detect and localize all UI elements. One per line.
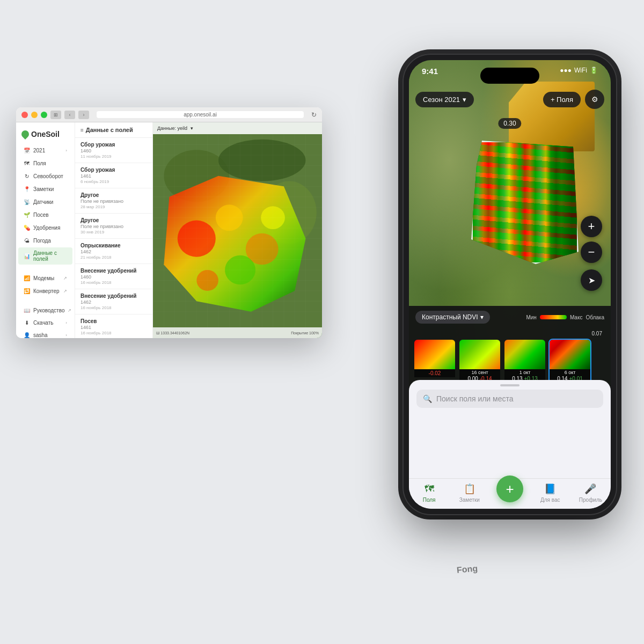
thumb-date-2: 16 сент bbox=[459, 369, 500, 375]
thumb-img-2 bbox=[459, 340, 500, 369]
minimize-btn[interactable] bbox=[31, 112, 38, 118]
external-link-icon: ↗ bbox=[63, 276, 67, 281]
bottom-handle[interactable] bbox=[500, 384, 519, 386]
ndvi-scale: Мин Макс Облака bbox=[526, 314, 604, 320]
search-icon: 🔍 bbox=[423, 394, 432, 403]
back-icon[interactable]: ‹ bbox=[64, 111, 75, 119]
sidebar-item-label: Модемы bbox=[33, 275, 54, 281]
season-button[interactable]: Сезон 2021 ▾ bbox=[415, 92, 474, 107]
ndvi-type-button[interactable]: Контрастный NDVI ▾ bbox=[415, 311, 490, 324]
add-field-button[interactable]: + Поля bbox=[543, 92, 581, 107]
tab-profile[interactable]: 🎤 Профиль bbox=[570, 482, 611, 503]
item-title: Другое bbox=[80, 217, 147, 223]
item-sub: 1461 bbox=[80, 173, 147, 179]
sidebar-item-fertilizer[interactable]: 💊 Удобрения bbox=[18, 222, 72, 233]
status-time: 9:41 bbox=[422, 67, 438, 76]
sidebar-item-weather[interactable]: 🌤 Погода bbox=[18, 235, 72, 246]
current-value: 0.07 bbox=[592, 331, 602, 336]
logo-leaf-icon bbox=[20, 129, 31, 140]
dropdown-icon[interactable]: ▾ bbox=[191, 126, 193, 131]
battery-icon: 🔋 bbox=[590, 67, 598, 74]
dropdown-icon: ▾ bbox=[480, 313, 484, 321]
phone-bottom-sheet: 🔍 Поиск поля или места 🗺 Поля 📋 Заметки … bbox=[409, 380, 611, 509]
phone-wrapper: 0.30 + − ➤ Контрастный NDVI ▾ Мин Макс О… bbox=[402, 54, 617, 515]
navigation-button[interactable]: ➤ bbox=[581, 269, 602, 291]
list-item[interactable]: Другое Поле не привязано 30 янв 2019 bbox=[75, 214, 152, 239]
foryou-tab-icon: 📘 bbox=[543, 482, 557, 496]
external-link-icon3: ↗ bbox=[68, 308, 71, 313]
app-body: OneSoil 📅 2021 › 🗺 Поля ↻ Севооборот 📍 З… bbox=[16, 122, 322, 338]
dropdown-chevron-icon: ▾ bbox=[463, 96, 466, 104]
ndvi-grid-svg bbox=[153, 134, 322, 327]
tab-bar: 🗺 Поля 📋 Заметки + 📘 Для вас bbox=[409, 478, 611, 509]
sidebar-item-converter[interactable]: 🔁 Конвертер ↗ bbox=[18, 285, 72, 297]
sidebar-item-notes[interactable]: 📍 Заметки bbox=[18, 183, 72, 195]
scale-bar bbox=[540, 315, 567, 319]
item-title: Сбор урожая bbox=[80, 167, 147, 173]
middle-panel: ≡ Данные с полей Сбор урожая 1460 11 ноя… bbox=[75, 122, 153, 338]
item-title: Внесение удобрений bbox=[80, 293, 147, 299]
sidebar-item-fields[interactable]: 🗺 Поля bbox=[18, 157, 72, 169]
sidebar-item-field-data[interactable]: 📊 Данные с полей bbox=[18, 247, 72, 265]
tab-add[interactable]: + bbox=[489, 482, 530, 503]
desktop-app: ⊞ ‹ › app.onesoil.ai ↻ OneSoil 📅 2021 › … bbox=[16, 107, 322, 338]
list-item[interactable]: Сбор урожая 1461 6 ноябрь 2019 bbox=[75, 163, 152, 188]
tab-notes[interactable]: 📋 Заметки bbox=[449, 482, 489, 503]
profile-tab-label: Профиль bbox=[579, 497, 602, 503]
item-date: 16 ноябрь 2018 bbox=[80, 280, 147, 285]
user-icon: 👤 bbox=[24, 332, 30, 338]
zoom-in-button[interactable]: + bbox=[581, 216, 602, 237]
sidebar-item-rotation[interactable]: ↻ Севооборот bbox=[18, 170, 72, 182]
titlebar: ⊞ ‹ › app.onesoil.ai ↻ bbox=[16, 107, 322, 122]
filter-button[interactable]: ⚙ bbox=[585, 90, 604, 109]
tab-fields[interactable]: 🗺 Поля bbox=[409, 482, 449, 503]
list-item[interactable]: Внесение удобрений 1462 16 ноябрь 2018 bbox=[75, 289, 152, 314]
add-button[interactable]: + bbox=[496, 475, 523, 502]
middle-panel-title: Данные с полей bbox=[86, 127, 133, 133]
sidebar-item-modems[interactable]: 📶 Модемы ↗ bbox=[18, 272, 72, 284]
sidebar-item-label: Датчики bbox=[33, 199, 53, 205]
sidebar-item-guide[interactable]: 📖 Руководство ↗ bbox=[18, 304, 72, 316]
maximize-btn[interactable] bbox=[41, 112, 47, 118]
tab-foryou[interactable]: 📘 Для вас bbox=[530, 482, 570, 503]
url-bar[interactable]: app.onesoil.ai bbox=[97, 111, 304, 118]
map-coverage: Покрытие 100% bbox=[291, 331, 319, 335]
ndvi-map-canvas bbox=[153, 134, 322, 327]
forward-icon[interactable]: › bbox=[78, 111, 89, 119]
ndvi-field bbox=[471, 141, 579, 264]
search-bar[interactable]: 🔍 Поиск поля или места bbox=[416, 390, 603, 408]
list-item[interactable]: Сбор урожая 1460 11 ноябрь 2019 bbox=[75, 138, 152, 163]
list-item[interactable]: Посев 1461 16 ноябрь 2018 bbox=[75, 314, 152, 338]
sidebar-item-sowing[interactable]: 🌱 Посев bbox=[18, 209, 72, 221]
list-item[interactable]: Опрыскивание 1462 21 ноябрь 2018 bbox=[75, 239, 152, 264]
sidebar-item-2021[interactable]: 📅 2021 › bbox=[18, 144, 72, 156]
season-label: Сезон 2021 bbox=[423, 96, 460, 104]
sidebar-item-sensors[interactable]: 📡 Датчики bbox=[18, 196, 72, 208]
sidebar-item-download[interactable]: ⬇ Скачать › bbox=[18, 317, 72, 328]
guide-icon: 📖 bbox=[24, 307, 30, 313]
map-footer: Ш 1333.34401062N Покрытие 100% bbox=[153, 327, 322, 338]
close-btn[interactable] bbox=[21, 112, 28, 118]
sidebar-item-label: 2021 bbox=[33, 148, 45, 153]
rotation-icon: ↻ bbox=[24, 173, 30, 179]
thumb-date-4: 6 окт bbox=[550, 369, 590, 375]
item-title: Внесение удобрений bbox=[80, 268, 147, 274]
cloud-label[interactable]: Облака bbox=[586, 314, 604, 320]
phone-screen: 0.30 + − ➤ Контрастный NDVI ▾ Мин Макс О… bbox=[409, 60, 611, 509]
item-date: 11 ноябрь 2019 bbox=[80, 154, 147, 159]
zoom-out-button[interactable]: − bbox=[581, 241, 602, 263]
item-date: 21 ноябрь 2018 bbox=[80, 255, 147, 260]
sidebar-toggle-icon[interactable]: ⊞ bbox=[50, 111, 61, 119]
list-item[interactable]: Другое Поле не привязано 28 мар 2019 bbox=[75, 188, 152, 214]
sidebar-item-user[interactable]: 👤 sasha › bbox=[18, 329, 72, 338]
chevron-right-icon2: › bbox=[65, 320, 67, 325]
list-item[interactable]: Внесение удобрений 1460 16 ноябрь 2018 bbox=[75, 264, 152, 289]
sidebar-item-label: Скачать bbox=[33, 320, 54, 326]
phone-map-toolbar: Сезон 2021 ▾ + Поля ⚙ bbox=[415, 90, 604, 109]
sidebar-item-label: Данные с полей bbox=[33, 250, 67, 262]
status-icons: ●●● WiFi 🔋 bbox=[560, 67, 598, 74]
refresh-icon[interactable]: ↻ bbox=[311, 111, 317, 119]
fertilizer-icon: 💊 bbox=[24, 224, 30, 231]
ndvi-selector-bar: Контрастный NDVI ▾ Мин Макс Облака bbox=[409, 306, 611, 328]
phone-map[interactable]: 0.30 + − ➤ Контрастный NDVI ▾ Мин Макс О… bbox=[409, 60, 611, 393]
